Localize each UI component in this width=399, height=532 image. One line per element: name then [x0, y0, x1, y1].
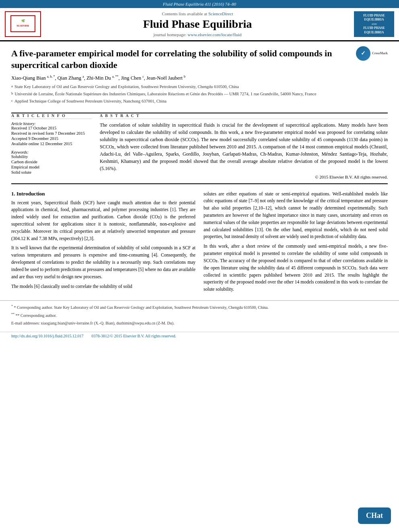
- homepage-link[interactable]: www.elsevier.com/locate/fluid: [187, 32, 241, 37]
- keyword-empirical: Empirical model: [11, 165, 92, 169]
- body-right-column: solutes are either equations of state or…: [204, 191, 388, 296]
- abstract-text: The correlation of solute solubility in …: [100, 121, 388, 172]
- keyword-carbon: Carbon dioxide: [11, 160, 92, 164]
- journal-citation: Fluid Phase Equilibria 411 (2016) 74–80: [163, 2, 236, 6]
- issn-text: 0378-3812/© 2015 Elsevier B.V. All right…: [92, 334, 176, 338]
- copyright: © 2015 Elsevier B.V. All rights reserved…: [100, 175, 388, 179]
- body-left-column: 1. Introduction In recent years, Supercr…: [11, 191, 195, 296]
- keywords-label: Keywords:: [11, 150, 92, 154]
- journal-center: Contents lists available at ScienceDirec…: [41, 11, 354, 37]
- journal-logo-right: FLUID PHASEEQUILIBRIAANDFLUID PHASEEQUIL…: [354, 11, 394, 37]
- right-logo-box: FLUID PHASEEQUILIBRIAANDFLUID PHASEEQUIL…: [354, 11, 394, 37]
- chat-badge[interactable]: CHat: [358, 507, 391, 524]
- journal-title: Fluid Phase Equilibria: [41, 18, 354, 31]
- intro-para1: In recent years, Supercritical fluids (S…: [11, 199, 195, 290]
- footnotes-section: * * Corresponding author. State Key Labo…: [0, 300, 399, 332]
- article-title: ✓ CrossMark A five-parameter empirical m…: [11, 48, 388, 71]
- svg-rect-0: [11, 16, 35, 32]
- revised-date: Received in revised form 7 December 2015: [11, 131, 92, 136]
- body-section: 1. Introduction In recent years, Supercr…: [0, 184, 399, 296]
- journal-citation-bar: Fluid Phase Equilibria 411 (2016) 74–80: [0, 0, 399, 8]
- doi-link[interactable]: http://dx.doi.org/10.1016/j.fluid.2015.1…: [11, 334, 84, 338]
- elsevier-logo-graphic: 🌿 ELSEVIER: [5, 11, 41, 37]
- received-date: Received 17 October 2015: [11, 126, 92, 130]
- keyword-solid: Solid solute: [11, 170, 92, 175]
- history-label: Article history:: [11, 121, 92, 126]
- elsevier-logo: 🌿 ELSEVIER: [5, 11, 41, 37]
- svg-text:ELSEVIER: ELSEVIER: [17, 25, 29, 27]
- accepted-date: Accepted 9 December 2015: [11, 136, 92, 141]
- right-para1: solutes are either equations of state or…: [204, 191, 388, 293]
- bottom-bar: http://dx.doi.org/10.1016/j.fluid.2015.1…: [0, 332, 399, 340]
- journal-homepage: journal homepage: www.elsevier.com/locat…: [41, 32, 354, 37]
- keywords-section: Keywords: Solubility Carbon dioxide Empi…: [11, 150, 92, 175]
- abstract-label: A B S T R A C T: [100, 113, 388, 119]
- footnote-starstar: ** ** Corresponding author.: [11, 312, 388, 318]
- article-info-label: A R T I C L E I N F O: [11, 113, 92, 119]
- contents-line: Contents lists available at ScienceDirec…: [41, 11, 354, 16]
- article-info-abstract-section: A R T I C L E I N F O Article history: R…: [0, 113, 399, 179]
- sciencedirect-link[interactable]: ScienceDirect: [208, 11, 233, 16]
- intro-heading: 1. Introduction: [11, 191, 195, 197]
- available-date: Available online 12 December 2015: [11, 142, 92, 146]
- article-section: ✓ CrossMark A five-parameter empirical m…: [0, 41, 399, 113]
- article-info-panel: A R T I C L E I N F O Article history: R…: [11, 113, 92, 179]
- footnote-email: E-mail addresses: xiaogiang.bian@univ-lo…: [11, 320, 388, 326]
- authors-line: Xiao-Qiang Bian a, b, *, Qian Zhang a, Z…: [11, 75, 388, 81]
- keyword-solubility: Solubility: [11, 154, 92, 159]
- svg-text:🌿: 🌿: [21, 19, 25, 23]
- journal-header: 🌿 ELSEVIER Contents lists available at S…: [0, 8, 399, 41]
- crossmark-icon: ✓ CrossMark: [356, 46, 388, 61]
- affiliations: a State Key Laboratory of Oil and Gas Re…: [11, 84, 388, 104]
- abstract-panel: A B S T R A C T The correlation of solut…: [100, 113, 388, 179]
- footnote-star: * * Corresponding author. State Key Labo…: [11, 304, 388, 310]
